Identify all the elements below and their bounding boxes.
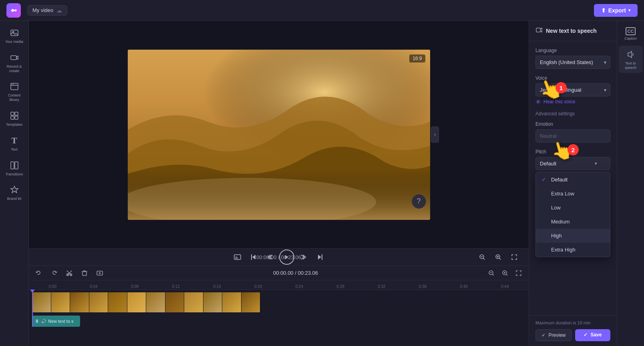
chevron-right-icon: › (434, 132, 436, 137)
audio-track[interactable]: ⏸ 🔊 New text to s (32, 316, 80, 327)
delete-button[interactable] (79, 268, 90, 278)
sidebar-item-brand-kit[interactable]: Brand kit (2, 181, 27, 204)
pitch-chevron-icon: ▾ (595, 161, 597, 166)
record-create-icon (9, 52, 20, 63)
redo-button[interactable] (49, 268, 59, 278)
cut-button[interactable] (64, 268, 74, 278)
ruler-mark: 0:32 (361, 284, 402, 289)
video-preview-area: 16:9 ? › (29, 21, 529, 248)
sidebar-label-brand-kit: Brand kit (7, 197, 22, 201)
caption-btn[interactable] (231, 251, 244, 264)
svg-rect-9 (11, 116, 14, 119)
add-media-button[interactable] (95, 268, 105, 278)
text-icon: T (9, 135, 20, 146)
video-track[interactable] (32, 292, 260, 312)
ruler-mark: 0:44 (484, 284, 525, 289)
pitch-option-low[interactable]: Low (536, 201, 610, 215)
timeline-fit[interactable] (513, 268, 524, 278)
voice-label: Voice (535, 75, 610, 81)
export-icon: ⬆ (601, 7, 606, 14)
pitch-option-high[interactable]: High (536, 229, 610, 243)
sidebar-label-your-media: Your media (5, 40, 23, 44)
svg-point-6 (13, 84, 14, 85)
ruler-marks: 0:00 0:04 0:08 0:12 0:16 0:20 0:24 0:28 … (32, 284, 525, 289)
language-select[interactable]: English (United States) (535, 56, 610, 69)
sidebar-item-content-library[interactable]: Contentlibrary (2, 78, 27, 105)
timeline-ruler: 0:00 0:04 0:08 0:12 0:16 0:20 0:24 0:28 … (29, 280, 529, 290)
pitch-option-extra-high[interactable]: Extra High (536, 243, 610, 257)
voice-select-wrapper: Jenny Multilingual (535, 83, 610, 97)
timeline-zoom-in[interactable] (500, 268, 510, 278)
left-sidebar: Your media Record &create (0, 21, 29, 346)
emotion-display: Neutral (535, 129, 610, 143)
timeline-toolbar: 00:00.00 / 00:23.06 (29, 266, 529, 280)
app-logo (6, 3, 21, 18)
sidebar-item-templates[interactable]: Templates (2, 107, 27, 130)
fullscreen-button[interactable] (508, 251, 521, 264)
sidebar-label-templates: Templates (6, 123, 22, 127)
timeline-playhead[interactable] (32, 290, 33, 327)
zoom-out-button[interactable] (476, 251, 489, 264)
pitch-field-group: Pitch Default ▾ ✓ Default (535, 149, 610, 170)
video-controls: 00:00.00 / 00:23.06 (29, 248, 529, 266)
sidebar-label-text: Text (11, 147, 18, 152)
far-sidebar-label-tts: Text tospeech (625, 61, 636, 70)
panel-collapse-button[interactable]: › (431, 127, 439, 143)
audio-track-label: New text to s (48, 319, 74, 324)
sidebar-item-text[interactable]: T Text (2, 132, 27, 155)
video-desert-bg (128, 50, 430, 220)
far-sidebar-item-tts[interactable]: Text tospeech (619, 46, 643, 73)
cloud-icon: ☁ (56, 7, 62, 14)
pitch-option-extra-low[interactable]: Extra Low (536, 187, 610, 201)
svg-rect-26 (536, 28, 540, 32)
pitch-select-button[interactable]: Default ▾ (535, 157, 610, 170)
tts-header-icon (535, 26, 543, 35)
sidebar-item-transitions[interactable]: Transitions (2, 157, 27, 180)
sidebar-label-content-library: Contentlibrary (8, 93, 21, 102)
preview-button[interactable]: ✓ Preview (535, 329, 572, 341)
transitions-icon (9, 160, 20, 171)
svg-rect-22 (83, 272, 87, 276)
svg-rect-1 (11, 30, 18, 36)
timeline-area: 00:00.00 / 00:23.06 (29, 266, 529, 346)
tts-sidebar-icon (625, 49, 636, 60)
far-sidebar-item-caption[interactable]: CC Caption (619, 24, 643, 44)
advanced-settings-toggle[interactable]: Advanced settings (535, 111, 610, 117)
voice-select[interactable]: Jenny Multilingual (535, 83, 610, 97)
caption-icon: CC (626, 27, 636, 35)
aspect-ratio-badge: 16:9 (409, 54, 425, 62)
skip-forward-button[interactable] (314, 251, 326, 264)
undo-button[interactable] (34, 268, 44, 278)
pitch-label: Pitch (535, 149, 610, 155)
ruler-mark: 0:40 (443, 284, 485, 289)
svg-rect-7 (11, 112, 14, 115)
save-check-icon: ✓ (584, 332, 588, 338)
pitch-option-medium[interactable]: Medium (536, 215, 610, 229)
emotion-label: Emotion (535, 121, 610, 127)
brand-kit-icon (9, 184, 20, 195)
svg-point-0 (14, 9, 17, 12)
timeline-time: 00:00.00 / 00:23.06 (273, 270, 318, 276)
zoom-in-button[interactable] (492, 251, 505, 264)
sidebar-item-record-create[interactable]: Record &create (2, 49, 27, 76)
export-button[interactable]: ⬆ Export ▾ (594, 4, 638, 17)
far-sidebar-label-caption: Caption (624, 36, 637, 41)
ruler-mark: 0:20 (237, 284, 279, 289)
save-button[interactable]: ✓ Save (575, 329, 611, 341)
timeline-content: 0:00 0:04 0:08 0:12 0:16 0:20 0:24 0:28 … (29, 280, 529, 346)
sidebar-item-your-media[interactable]: Your media (2, 24, 27, 47)
zoom-controls (476, 251, 521, 264)
pitch-option-default[interactable]: ✓ Default (536, 172, 610, 187)
hear-voice-button[interactable]: Hear this voice (535, 99, 610, 105)
right-panel: New text to speech Language English (Uni… (529, 21, 617, 346)
ruler-mark: 0:08 (114, 284, 155, 289)
svg-point-5 (12, 84, 12, 85)
language-label: Language (535, 48, 610, 53)
help-button[interactable]: ? (412, 194, 426, 209)
export-chevron-icon: ▾ (628, 8, 630, 12)
timeline-zoom-out[interactable] (486, 268, 497, 278)
templates-icon (9, 110, 20, 121)
max-duration-note: Maximum duration is 10 min (535, 320, 610, 325)
video-frame (128, 50, 430, 220)
project-name-input[interactable]: My video ☁ (27, 5, 67, 16)
